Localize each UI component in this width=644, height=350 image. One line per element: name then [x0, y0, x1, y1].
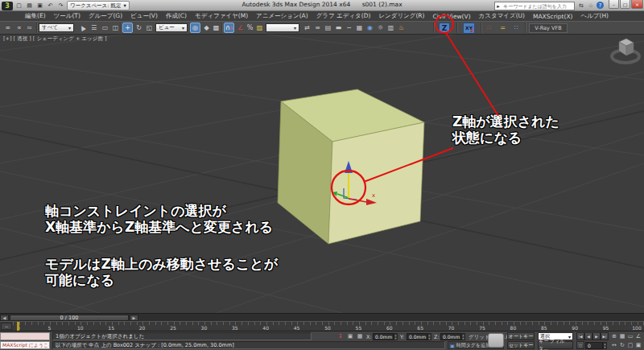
time-slider-handle[interactable]: 0 / 100	[10, 315, 129, 321]
pan-icon[interactable]: ↔	[610, 341, 618, 349]
undo-icon[interactable]: ↶	[46, 2, 55, 10]
menu-item-10[interactable]: カスタマイズ(U)	[475, 12, 529, 20]
maximize-button[interactable]: ▢	[620, 0, 630, 9]
bind-to-space-warp-icon[interactable]: ≈	[24, 23, 35, 33]
select-by-name-icon[interactable]: ☰	[89, 23, 99, 33]
absolute-offset-toggle-icon[interactable]: ▦	[356, 332, 364, 340]
vray-vfb-button[interactable]: V-Ray VFB	[529, 23, 568, 33]
redo-icon[interactable]: ↷	[56, 2, 65, 10]
maxscript-listener[interactable]: MAXScript にようこそ	[0, 341, 50, 349]
menu-item-0[interactable]: 編集(E)	[21, 12, 50, 20]
align-icon[interactable]: ≡	[312, 23, 323, 33]
xy-plane-constraint-button[interactable]: XY Z	[463, 23, 475, 34]
close-button[interactable]: ×	[631, 0, 643, 9]
go-to-start-button[interactable]: |◀	[576, 332, 584, 340]
select-and-move-icon[interactable]: +	[122, 23, 133, 33]
selection-region-icon[interactable]: ▭	[100, 23, 110, 33]
named-selection-sets-dropdown[interactable]: ▾	[266, 23, 299, 32]
time-configuration-button[interactable]	[488, 333, 504, 348]
menu-item-1[interactable]: ツール(T)	[50, 12, 85, 20]
key-mode-toggle[interactable]: ○	[576, 341, 584, 349]
zoom-icon[interactable]: ⊕	[610, 332, 618, 340]
time-step-back-button[interactable]: ◀	[0, 315, 9, 321]
menu-item-7[interactable]: グラフ エディタ(D)	[312, 12, 375, 20]
select-and-scale-icon[interactable]: ◱	[144, 23, 155, 33]
select-and-link-icon[interactable]: ∞	[2, 23, 13, 33]
box-object[interactable]	[278, 89, 424, 244]
time-slider[interactable]: ◀ 0 / 100 ▶	[0, 313, 644, 321]
time-step-forward-button[interactable]: ▶	[130, 315, 138, 321]
menu-item-8[interactable]: レンダリング(R)	[374, 12, 428, 20]
macro-recorder-pane[interactable]	[0, 332, 50, 340]
rendered-frame-window-icon[interactable]: ▥	[386, 23, 396, 33]
select-and-rotate-icon[interactable]: ↻	[134, 23, 144, 33]
auto-key-button[interactable]: オートキー	[507, 332, 535, 340]
render-setup-icon[interactable]: ☼	[375, 23, 386, 33]
edit-named-selections-icon[interactable]: ▨	[254, 23, 265, 33]
new-scene-icon[interactable]: ▢	[14, 2, 23, 10]
menu-item-4[interactable]: 作成(C)	[162, 12, 191, 20]
z-axis-constraint-button[interactable]: Z	[439, 23, 450, 34]
play-button[interactable]: ▶	[592, 332, 601, 340]
mirror-icon[interactable]: ⇄	[302, 23, 312, 33]
zoom-all-icon[interactable]: ▦	[618, 332, 626, 340]
reference-coordinate-dropdown[interactable]: ビュー▾	[155, 23, 188, 32]
lock-icon[interactable]: ▣	[346, 332, 354, 340]
favorites-star-icon[interactable]: ☆	[587, 2, 595, 10]
open-file-icon[interactable]: ▤	[25, 2, 34, 10]
material-editor-icon[interactable]: ◉	[365, 23, 375, 33]
y-coordinate-field[interactable]: 0.0mm	[407, 333, 427, 340]
menu-item-3[interactable]: ビュー(V)	[126, 12, 162, 20]
exchange-icon[interactable]: ⇆	[577, 2, 585, 10]
selection-lock-icon[interactable]: ↧	[336, 332, 345, 340]
curve-editor-icon[interactable]: ∼	[344, 23, 354, 33]
track-bar[interactable]: ∼ 05101520253035404550556065707580859095…	[0, 321, 644, 331]
set-key-button[interactable]: セットキー	[507, 341, 535, 349]
viewport-label[interactable]: [+] [ 透視 ] [ シェーディング + エッジ面 ]	[3, 35, 107, 43]
minimize-button[interactable]: –	[609, 0, 619, 9]
select-object-icon[interactable]: ▲	[76, 21, 90, 35]
unlink-selection-icon[interactable]: ∝	[14, 23, 24, 33]
field-of-view-icon[interactable]: ∠	[634, 332, 642, 340]
trackbar-ruler[interactable]: 0510152025303540455055606570758085909510…	[0, 322, 644, 331]
perspective-viewport[interactable]: x [+] [ 透視 ] [ シェーディング + エッジ面 ] Z軸が選択された…	[0, 35, 644, 313]
x-spinner[interactable]: ▴▾	[394, 333, 398, 340]
menu-item-5[interactable]: モディファイヤ(M)	[191, 12, 252, 20]
current-frame-field[interactable]: 0	[585, 342, 603, 349]
app-menu-button[interactable]: 3	[2, 2, 13, 10]
workspace-dropdown[interactable]: ワークスペース: 既定 ▾	[67, 1, 130, 10]
orbit-icon[interactable]: ↻	[618, 341, 626, 349]
mini-curve-editor-button[interactable]: ∼	[1, 323, 12, 330]
layer-manager-icon[interactable]: ▤	[323, 23, 333, 33]
render-production-icon[interactable]: ♨	[396, 23, 407, 33]
menu-item-12[interactable]: ヘルプ(H)	[577, 12, 613, 20]
menu-item-11[interactable]: MAXScript(X)	[529, 13, 576, 20]
maximize-viewport-icon[interactable]: ▣	[634, 341, 642, 349]
red-grid-icon[interactable]: ∷	[484, 23, 494, 33]
x-coordinate-field[interactable]: 0.0mm	[373, 333, 394, 340]
z-spinner[interactable]: ▴▾	[461, 333, 465, 340]
viewcube[interactable]	[612, 39, 639, 63]
key-filters-button[interactable]: キー フィルタ...	[538, 341, 573, 349]
blue-grid-icon[interactable]: ∷	[511, 23, 522, 33]
frame-spinner[interactable]: ▴▾	[603, 342, 607, 349]
ribbon-toggle-icon[interactable]: ▬	[333, 23, 344, 33]
current-frame-marker[interactable]	[17, 322, 19, 331]
help-icon[interactable]: ?	[597, 2, 604, 9]
keyboard-override-icon[interactable]: ▩	[211, 23, 221, 33]
yellow-dashes-icon[interactable]: =	[497, 23, 508, 33]
search-input[interactable]	[502, 3, 574, 10]
menu-item-6[interactable]: アニメーション(A)	[252, 12, 312, 20]
save-file-icon[interactable]: ▣	[35, 2, 44, 10]
zoom-region-icon[interactable]: ▭	[626, 332, 634, 340]
walk-through-icon[interactable]: ▢	[626, 341, 634, 349]
use-pivot-center-icon[interactable]: ◎	[190, 23, 200, 33]
selection-filter-dropdown[interactable]: すべて▾	[39, 23, 74, 32]
schematic-view-icon[interactable]: ▦	[354, 23, 365, 33]
menu-item-2[interactable]: グループ(G)	[85, 12, 126, 20]
go-to-end-button[interactable]: ▶|	[601, 332, 609, 340]
z-coordinate-field[interactable]: 0.0mm	[440, 333, 461, 340]
y-spinner[interactable]: ▴▾	[427, 333, 431, 340]
menu-item-9[interactable]: Civil View(V)	[429, 13, 475, 20]
snaps-toggle-icon[interactable]: ∩3	[224, 23, 234, 33]
